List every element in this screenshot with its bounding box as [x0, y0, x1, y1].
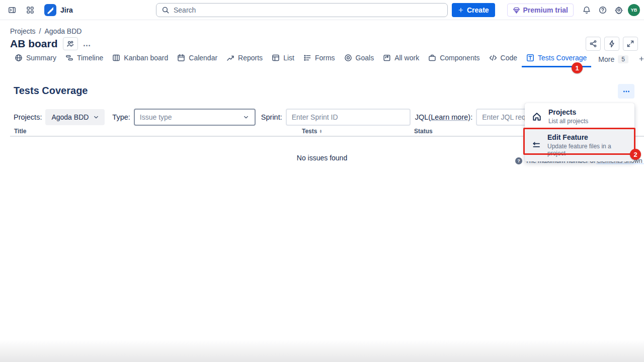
plus-icon — [458, 7, 464, 13]
tab-label: Calendar — [189, 54, 217, 62]
tab-calendar[interactable]: Calendar — [173, 54, 222, 67]
help-button[interactable] — [596, 3, 610, 17]
jira-logo — [44, 4, 56, 16]
menu-item-subtitle: List all projects — [548, 118, 588, 125]
tab-timeline[interactable]: Timeline — [61, 54, 108, 67]
all-work-icon — [383, 54, 391, 62]
kanban-icon — [112, 54, 120, 62]
page-title: Tests Coverage — [14, 85, 88, 97]
timeline-icon — [65, 54, 73, 62]
jira-home-link[interactable]: Jira — [44, 4, 73, 16]
automation-button[interactable] — [604, 37, 619, 51]
type-filter-label: Type: — [112, 113, 130, 121]
calendar-icon — [177, 54, 185, 62]
bell-icon — [583, 6, 591, 14]
fullscreen-button[interactable] — [623, 37, 638, 51]
board-title: AB board — [10, 38, 58, 50]
topbar-left-group: Jira — [0, 3, 73, 17]
tab-code[interactable]: Code — [485, 54, 522, 67]
top-navigation-bar: Jira Create Premium trial YB — [0, 0, 644, 20]
column-header-status: Status — [414, 128, 433, 135]
jql-learn-more-link[interactable]: Learn more — [431, 113, 468, 121]
breadcrumb-current-link[interactable]: Agoda BDD — [44, 27, 82, 35]
tab-list[interactable]: List — [267, 54, 299, 67]
panel-toggle-icon — [8, 6, 16, 14]
projects-filter-label: Projects: — [14, 113, 42, 121]
tab-all-work[interactable]: All work — [378, 54, 424, 67]
more-label: More — [598, 55, 614, 63]
bottom-fade — [0, 339, 644, 362]
premium-gem-icon — [513, 7, 520, 14]
column-header-tests[interactable]: Tests ▲▼ — [302, 128, 322, 135]
sidebar-toggle-button[interactable] — [5, 3, 19, 17]
gear-icon — [615, 6, 623, 14]
tab-label: Timeline — [77, 54, 103, 62]
tab-label: List — [283, 54, 294, 62]
home-icon — [532, 112, 542, 122]
global-search[interactable] — [156, 3, 448, 17]
app-switcher-icon — [26, 6, 34, 14]
more-horizontal-icon — [622, 87, 630, 96]
tab-label: Forms — [315, 54, 335, 62]
people-icon — [66, 40, 74, 48]
tab-label: All work — [394, 54, 419, 62]
jql-filter-label: JQL(Learn more): — [415, 113, 472, 121]
tab-label: Code — [501, 54, 517, 62]
plus-icon — [638, 56, 644, 62]
app-switcher-button[interactable] — [23, 3, 37, 17]
help-icon — [599, 6, 607, 14]
jql-label-prefix: JQL( — [415, 113, 431, 121]
create-button[interactable]: Create — [452, 3, 495, 17]
tab-label: Tests Coverage — [538, 54, 587, 62]
jql-label-suffix: ): — [468, 113, 472, 121]
tutorial-step-1-badge: 1 — [572, 62, 583, 73]
more-count-badge: 5 — [618, 55, 628, 63]
tab-more[interactable]: More 5 — [591, 55, 633, 67]
tab-goals[interactable]: Goals — [340, 54, 379, 67]
menu-item-subtitle: Update feature files in a project — [547, 143, 630, 157]
premium-trial-button[interactable]: Premium trial — [507, 4, 574, 17]
menu-item-title: Edit Feature — [547, 133, 630, 141]
menu-item-edit-feature[interactable]: Edit Feature Update feature files in a p… — [525, 129, 634, 161]
menu-item-text: Edit Feature Update feature files in a p… — [547, 133, 630, 157]
board-more-button[interactable]: … — [83, 39, 92, 48]
tab-label: Kanban board — [124, 54, 168, 62]
issue-type-select[interactable]: Issue type — [134, 109, 256, 126]
reports-icon — [226, 54, 234, 62]
user-avatar[interactable]: YB — [628, 4, 640, 16]
share-icon — [589, 40, 597, 48]
sort-icon: ▲▼ — [319, 129, 322, 133]
add-view-button[interactable] — [633, 56, 644, 67]
edit-feature-icon — [532, 141, 541, 150]
filter-row: Projects: Agoda BDD Type: Issue type Spr… — [14, 108, 572, 126]
premium-trial-label: Premium trial — [523, 6, 568, 14]
issue-type-placeholder: Issue type — [140, 113, 172, 121]
tab-components[interactable]: Components — [424, 54, 484, 67]
sprint-id-input[interactable] — [286, 109, 411, 126]
tab-label: Components — [440, 54, 479, 62]
chevron-down-icon — [93, 114, 100, 121]
menu-item-text: Projects List all projects — [548, 108, 588, 125]
menu-item-title: Projects — [548, 108, 588, 116]
code-icon — [489, 54, 497, 62]
sprint-filter-label: Sprint: — [261, 113, 282, 121]
settings-button[interactable] — [612, 3, 626, 17]
tab-summary[interactable]: Summary — [10, 54, 61, 67]
tab-reports[interactable]: Reports — [222, 54, 267, 67]
board-action-buttons — [586, 37, 638, 51]
page-more-button[interactable] — [618, 84, 634, 99]
components-icon — [428, 54, 436, 62]
tab-label: Goals — [356, 54, 374, 62]
forms-icon — [303, 54, 311, 62]
menu-item-projects[interactable]: Projects List all projects — [525, 104, 634, 129]
list-icon — [272, 54, 280, 62]
share-button[interactable] — [586, 37, 601, 51]
breadcrumb-separator: / — [39, 27, 41, 35]
tab-kanban-board[interactable]: Kanban board — [108, 54, 173, 67]
tab-forms[interactable]: Forms — [299, 54, 340, 67]
projects-filter-dropdown[interactable]: Agoda BDD — [45, 109, 105, 125]
notifications-button[interactable] — [580, 3, 594, 17]
breadcrumb-projects-link[interactable]: Projects — [10, 27, 36, 35]
board-members-button[interactable] — [63, 37, 78, 50]
search-input[interactable] — [174, 6, 442, 14]
